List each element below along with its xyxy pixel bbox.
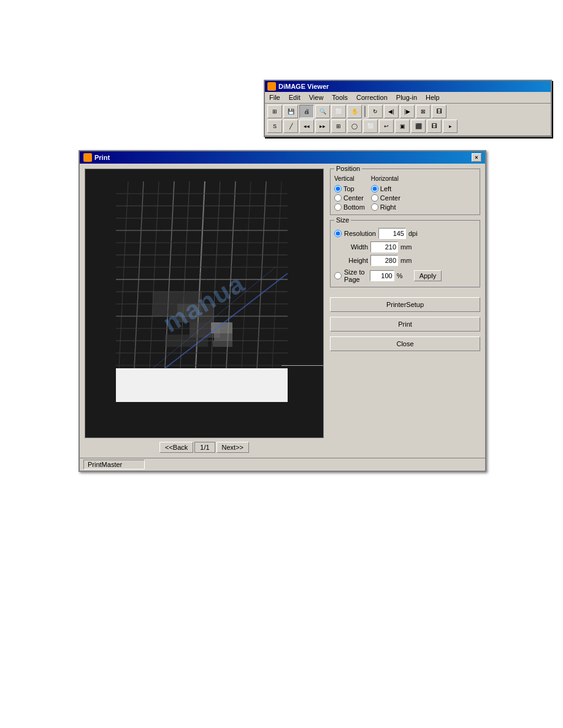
height-input[interactable]: [370, 255, 398, 266]
tb-left[interactable]: ◂◂: [299, 119, 314, 133]
preview-canvas: manua: [85, 169, 324, 438]
tb-right[interactable]: ▸▸: [315, 119, 330, 133]
preview-image: [116, 181, 288, 402]
preview-navigation: <<Back 1/1 Next>>: [85, 442, 324, 453]
tb-prev[interactable]: ◀|: [384, 105, 399, 118]
menu-plugin[interactable]: Plug-in: [394, 93, 419, 102]
resolution-radio[interactable]: [334, 230, 342, 237]
svg-rect-35: [213, 341, 232, 347]
resolution-input[interactable]: [378, 228, 406, 239]
tb-fullscreen[interactable]: ⬛: [411, 119, 426, 133]
size-to-page-input[interactable]: [370, 270, 394, 281]
close-button[interactable]: Close: [330, 336, 480, 351]
dialog-close-button[interactable]: ×: [472, 153, 481, 162]
tb-rect[interactable]: ⬜: [363, 119, 378, 133]
horizontal-right-option[interactable]: Right: [371, 203, 400, 211]
tb-curve[interactable]: ╱: [283, 119, 298, 133]
action-buttons: PrinterSetup Print Close: [330, 297, 480, 351]
tb-filmr[interactable]: 🎞: [427, 119, 442, 133]
back-button[interactable]: <<Back: [159, 442, 193, 453]
horizontal-left-label: Left: [380, 185, 391, 192]
vertical-center-label: Center: [343, 194, 364, 202]
vertical-group: Vertical Top Center Bottom: [334, 175, 365, 211]
dimage-viewer-window: DiMAGE Viewer File Edit View Tools Corre…: [264, 80, 552, 137]
svg-rect-2: [116, 368, 288, 402]
tb-hand[interactable]: ✋: [347, 105, 362, 118]
vertical-bottom-radio[interactable]: [334, 203, 342, 211]
size-inner: Resolution dpi Width mm Height mm: [334, 228, 476, 283]
resolution-unit: dpi: [408, 230, 421, 237]
page-indicator: 1/1: [194, 442, 215, 453]
tb-open[interactable]: ⊞: [267, 105, 282, 118]
width-input[interactable]: [370, 241, 398, 252]
horizontal-center-option[interactable]: Center: [371, 194, 400, 202]
tb-grid[interactable]: ⊞: [331, 119, 346, 133]
menu-correction[interactable]: Correction: [354, 93, 389, 102]
tb-save[interactable]: 💾: [283, 105, 298, 118]
size-to-page-radio[interactable]: [334, 272, 342, 279]
menu-file[interactable]: File: [267, 93, 282, 102]
horizontal-center-radio[interactable]: [371, 194, 378, 202]
tb-compare[interactable]: ⊠: [416, 105, 431, 118]
tb-select[interactable]: ⬜: [331, 105, 346, 118]
print-titlebar: Print ×: [80, 151, 485, 164]
tb-rotate[interactable]: ↻: [368, 105, 383, 118]
tb-filmstrip[interactable]: 🎞: [432, 105, 446, 118]
print-dialog: Print ×: [79, 150, 486, 472]
print-title-left: Print: [83, 153, 110, 162]
size-group: Size Resolution dpi Width mm: [330, 220, 480, 287]
app-icon: [267, 82, 276, 91]
width-label: Width: [334, 243, 368, 251]
size-group-label: Size: [334, 216, 351, 224]
width-row: Width mm: [334, 241, 476, 252]
print-button[interactable]: Print: [330, 317, 480, 332]
tb-print[interactable]: 🖨: [299, 105, 314, 118]
tb-more[interactable]: ▸: [443, 119, 458, 133]
print-title: Print: [94, 154, 110, 161]
vertical-top-option[interactable]: Top: [334, 185, 365, 192]
printer-setup-button[interactable]: PrinterSetup: [330, 297, 480, 312]
tb-circle[interactable]: ◯: [347, 119, 362, 133]
menu-view[interactable]: View: [307, 93, 326, 102]
vertical-top-radio[interactable]: [334, 185, 342, 192]
horizontal-left-option[interactable]: Left: [371, 185, 400, 192]
vertical-label: Vertical: [334, 175, 365, 182]
vertical-top-label: Top: [343, 185, 354, 192]
height-label: Height: [334, 257, 368, 264]
print-body: manua <<Back 1/1 Next>> Position Vertica…: [80, 164, 485, 458]
tb-zoom[interactable]: 🔍: [315, 105, 330, 118]
horizontal-center-label: Center: [380, 194, 400, 202]
toolbar: ⊞ 💾 🖨 🔍 ⬜ ✋ ↻ ◀| |▶ ⊠ 🎞 S ╱ ◂◂ ▸▸ ⊞ ◯ ⬜ …: [265, 104, 551, 136]
menu-help[interactable]: Help: [424, 93, 442, 102]
menubar: File Edit View Tools Correction Plug-in …: [265, 92, 551, 104]
size-to-page-label: Size toPage: [344, 268, 365, 283]
app-title: DiMAGE Viewer: [278, 83, 329, 90]
tb-undo[interactable]: ↩: [379, 119, 394, 133]
height-unit: mm: [400, 257, 413, 264]
horizontal-left-radio[interactable]: [371, 185, 378, 192]
tb-enhance[interactable]: S: [267, 119, 282, 133]
svg-rect-30: [177, 304, 214, 322]
size-to-page-unit: %: [397, 272, 409, 279]
right-panel: Position Vertical Top Center: [330, 169, 480, 453]
horizontal-right-radio[interactable]: [371, 203, 378, 211]
next-button[interactable]: Next>>: [216, 442, 249, 453]
print-icon: [83, 153, 92, 162]
dimage-viewer-titlebar: DiMAGE Viewer: [265, 81, 551, 92]
apply-button[interactable]: Apply: [414, 270, 442, 281]
resolution-label: Resolution: [344, 230, 376, 237]
position-group: Position Vertical Top Center: [330, 169, 480, 215]
svg-rect-34: [214, 333, 232, 341]
menu-tools[interactable]: Tools: [330, 93, 350, 102]
vertical-bottom-option[interactable]: Bottom: [334, 203, 365, 211]
tb-film2[interactable]: ▣: [395, 119, 410, 133]
status-bar: PrintMaster: [80, 458, 485, 471]
preview-area: manua <<Back 1/1 Next>>: [85, 169, 324, 453]
width-unit: mm: [400, 243, 413, 251]
vertical-center-radio[interactable]: [334, 194, 342, 202]
vertical-center-option[interactable]: Center: [334, 194, 365, 202]
menu-edit[interactable]: Edit: [287, 93, 302, 102]
h-line-marker: [282, 365, 324, 366]
size-to-page-row: Size toPage % Apply: [334, 268, 476, 283]
tb-next[interactable]: |▶: [400, 105, 415, 118]
